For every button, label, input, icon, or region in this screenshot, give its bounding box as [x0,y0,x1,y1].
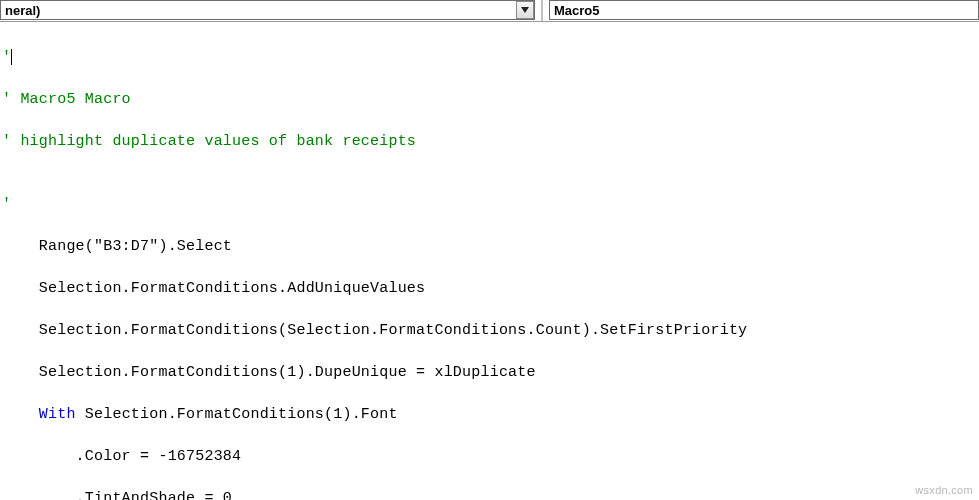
code-line: .TintAndShade = 0 [2,490,232,500]
code-editor[interactable]: ' ' Macro5 Macro ' highlight duplicate v… [0,22,979,500]
chevron-down-icon [521,7,529,13]
watermark-text: wsxdn.com [915,484,973,496]
code-line: Range("B3:D7").Select [2,238,232,255]
code-line: Selection.FormatConditions(Selection.For… [2,322,747,339]
splitter-handle[interactable] [541,0,543,21]
code-line: Selection.FormatConditions(1).DupeUnique… [2,364,536,381]
code-line: .Color = -16752384 [2,448,241,465]
object-dropdown-text: neral) [1,3,516,18]
code-line: highlight duplicate values of bank recei… [11,133,416,150]
procedure-dropdown-text: Macro5 [550,3,978,18]
code-line: ' [2,196,11,213]
code-line: ' [2,133,11,150]
text-caret [11,49,12,65]
procedure-dropdown[interactable]: Macro5 [549,0,979,20]
code-line: With [2,406,76,423]
object-dropdown[interactable]: neral) [0,0,535,20]
code-line: Selection.FormatConditions.AddUniqueValu… [2,280,425,297]
code-line: Macro5 Macro [11,91,131,108]
code-line: ' [2,91,11,108]
code-line: Selection.FormatConditions(1).Font [76,406,398,423]
object-dropdown-button[interactable] [516,1,534,19]
code-line: ' [2,49,11,66]
dropdown-bar: neral) Macro5 [0,0,979,22]
